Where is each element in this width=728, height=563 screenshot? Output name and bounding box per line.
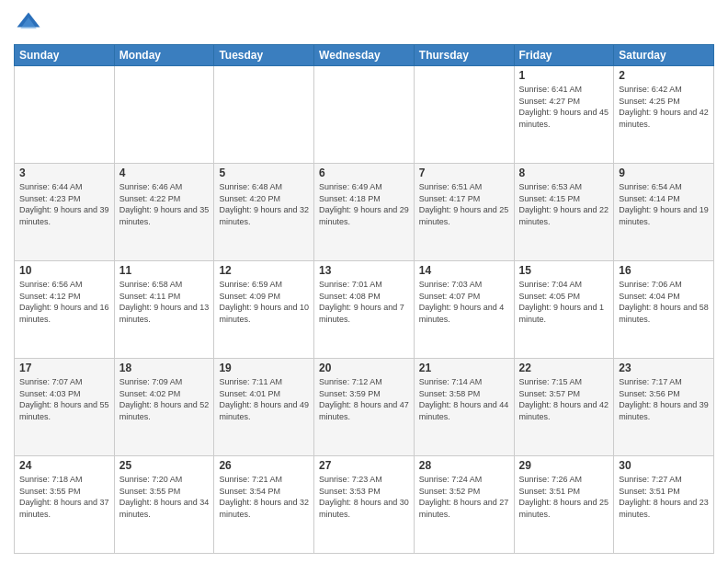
- calendar-cell: 14Sunrise: 7:03 AM Sunset: 4:07 PM Dayli…: [414, 261, 514, 359]
- calendar-cell: 19Sunrise: 7:11 AM Sunset: 4:01 PM Dayli…: [214, 359, 314, 456]
- calendar-week-row: 24Sunrise: 7:18 AM Sunset: 3:55 PM Dayli…: [15, 456, 714, 554]
- day-info: Sunrise: 7:04 AM Sunset: 4:05 PM Dayligh…: [519, 279, 609, 325]
- calendar-cell: [314, 66, 415, 164]
- day-info: Sunrise: 6:49 AM Sunset: 4:18 PM Dayligh…: [319, 181, 409, 227]
- calendar-cell: 12Sunrise: 6:59 AM Sunset: 4:09 PM Dayli…: [214, 261, 314, 359]
- calendar-week-row: 17Sunrise: 7:07 AM Sunset: 4:03 PM Dayli…: [15, 359, 714, 456]
- day-number: 29: [519, 459, 609, 472]
- day-info: Sunrise: 7:12 AM Sunset: 3:59 PM Dayligh…: [319, 376, 409, 422]
- day-number: 15: [519, 264, 609, 277]
- calendar-cell: [15, 66, 115, 164]
- day-number: 12: [219, 264, 309, 277]
- day-number: 17: [19, 362, 109, 374]
- day-number: 11: [119, 264, 210, 277]
- day-number: 5: [219, 167, 309, 179]
- calendar-header-row: SundayMondayTuesdayWednesdayThursdayFrid…: [15, 45, 714, 66]
- day-number: 24: [19, 459, 109, 472]
- calendar-cell: 25Sunrise: 7:20 AM Sunset: 3:55 PM Dayli…: [114, 456, 214, 554]
- calendar-cell: 1Sunrise: 6:41 AM Sunset: 4:27 PM Daylig…: [514, 66, 614, 164]
- calendar-cell: 16Sunrise: 7:06 AM Sunset: 4:04 PM Dayli…: [614, 261, 714, 359]
- calendar-cell: 5Sunrise: 6:48 AM Sunset: 4:20 PM Daylig…: [214, 164, 314, 261]
- day-info: Sunrise: 7:03 AM Sunset: 4:07 PM Dayligh…: [419, 279, 509, 325]
- day-info: Sunrise: 7:23 AM Sunset: 3:53 PM Dayligh…: [319, 474, 409, 520]
- day-info: Sunrise: 7:07 AM Sunset: 4:03 PM Dayligh…: [19, 376, 109, 422]
- day-info: Sunrise: 7:06 AM Sunset: 4:04 PM Dayligh…: [619, 279, 709, 325]
- day-number: 21: [419, 362, 509, 374]
- day-number: 9: [619, 167, 709, 179]
- day-info: Sunrise: 7:09 AM Sunset: 4:02 PM Dayligh…: [119, 376, 210, 422]
- calendar-cell: 27Sunrise: 7:23 AM Sunset: 3:53 PM Dayli…: [314, 456, 415, 554]
- calendar-cell: 9Sunrise: 6:54 AM Sunset: 4:14 PM Daylig…: [614, 164, 714, 261]
- calendar-cell: 4Sunrise: 6:46 AM Sunset: 4:22 PM Daylig…: [114, 164, 214, 261]
- day-info: Sunrise: 7:20 AM Sunset: 3:55 PM Dayligh…: [119, 474, 210, 520]
- day-info: Sunrise: 6:44 AM Sunset: 4:23 PM Dayligh…: [19, 181, 109, 227]
- day-number: 10: [19, 264, 109, 277]
- calendar-cell: 18Sunrise: 7:09 AM Sunset: 4:02 PM Dayli…: [114, 359, 214, 456]
- weekday-header: Tuesday: [214, 45, 314, 66]
- calendar-cell: 30Sunrise: 7:27 AM Sunset: 3:51 PM Dayli…: [614, 456, 714, 554]
- day-number: 8: [519, 167, 609, 179]
- day-info: Sunrise: 7:24 AM Sunset: 3:52 PM Dayligh…: [419, 474, 509, 520]
- day-number: 19: [219, 362, 309, 374]
- calendar-cell: 6Sunrise: 6:49 AM Sunset: 4:18 PM Daylig…: [314, 164, 415, 261]
- day-number: 27: [319, 459, 409, 472]
- day-number: 16: [619, 264, 709, 277]
- day-info: Sunrise: 7:17 AM Sunset: 3:56 PM Dayligh…: [619, 376, 709, 422]
- calendar-cell: 7Sunrise: 6:51 AM Sunset: 4:17 PM Daylig…: [414, 164, 514, 261]
- weekday-header: Friday: [514, 45, 614, 66]
- day-info: Sunrise: 6:58 AM Sunset: 4:11 PM Dayligh…: [119, 279, 210, 325]
- calendar-cell: 24Sunrise: 7:18 AM Sunset: 3:55 PM Dayli…: [15, 456, 115, 554]
- calendar-cell: 21Sunrise: 7:14 AM Sunset: 3:58 PM Dayli…: [414, 359, 514, 456]
- page: SundayMondayTuesdayWednesdayThursdayFrid…: [0, 0, 728, 563]
- calendar-cell: 22Sunrise: 7:15 AM Sunset: 3:57 PM Dayli…: [514, 359, 614, 456]
- calendar-cell: 2Sunrise: 6:42 AM Sunset: 4:25 PM Daylig…: [614, 66, 714, 164]
- calendar-cell: 26Sunrise: 7:21 AM Sunset: 3:54 PM Dayli…: [214, 456, 314, 554]
- calendar-cell: [214, 66, 314, 164]
- logo: [14, 9, 47, 39]
- day-number: 23: [619, 362, 709, 374]
- day-info: Sunrise: 7:27 AM Sunset: 3:51 PM Dayligh…: [619, 474, 709, 520]
- day-info: Sunrise: 6:51 AM Sunset: 4:17 PM Dayligh…: [419, 181, 509, 227]
- calendar-cell: 15Sunrise: 7:04 AM Sunset: 4:05 PM Dayli…: [514, 261, 614, 359]
- weekday-header: Wednesday: [314, 45, 415, 66]
- weekday-header: Sunday: [15, 45, 115, 66]
- day-info: Sunrise: 7:18 AM Sunset: 3:55 PM Dayligh…: [19, 474, 109, 520]
- day-number: 3: [19, 167, 109, 179]
- day-number: 25: [119, 459, 210, 472]
- weekday-header: Monday: [114, 45, 214, 66]
- day-info: Sunrise: 7:26 AM Sunset: 3:51 PM Dayligh…: [519, 474, 609, 520]
- day-number: 7: [419, 167, 509, 179]
- day-info: Sunrise: 6:42 AM Sunset: 4:25 PM Dayligh…: [619, 84, 709, 130]
- day-info: Sunrise: 6:59 AM Sunset: 4:09 PM Dayligh…: [219, 279, 309, 325]
- day-info: Sunrise: 7:14 AM Sunset: 3:58 PM Dayligh…: [419, 376, 509, 422]
- calendar-cell: 8Sunrise: 6:53 AM Sunset: 4:15 PM Daylig…: [514, 164, 614, 261]
- day-info: Sunrise: 6:41 AM Sunset: 4:27 PM Dayligh…: [519, 84, 609, 130]
- header: [14, 9, 714, 39]
- calendar-cell: 11Sunrise: 6:58 AM Sunset: 4:11 PM Dayli…: [114, 261, 214, 359]
- day-number: 28: [419, 459, 509, 472]
- calendar-cell: 17Sunrise: 7:07 AM Sunset: 4:03 PM Dayli…: [15, 359, 115, 456]
- calendar-cell: 23Sunrise: 7:17 AM Sunset: 3:56 PM Dayli…: [614, 359, 714, 456]
- calendar-week-row: 1Sunrise: 6:41 AM Sunset: 4:27 PM Daylig…: [15, 66, 714, 164]
- day-number: 26: [219, 459, 309, 472]
- day-info: Sunrise: 6:54 AM Sunset: 4:14 PM Dayligh…: [619, 181, 709, 227]
- day-info: Sunrise: 7:11 AM Sunset: 4:01 PM Dayligh…: [219, 376, 309, 422]
- day-info: Sunrise: 6:53 AM Sunset: 4:15 PM Dayligh…: [519, 181, 609, 227]
- calendar-week-row: 3Sunrise: 6:44 AM Sunset: 4:23 PM Daylig…: [15, 164, 714, 261]
- weekday-header: Saturday: [614, 45, 714, 66]
- calendar-cell: 28Sunrise: 7:24 AM Sunset: 3:52 PM Dayli…: [414, 456, 514, 554]
- calendar-cell: 29Sunrise: 7:26 AM Sunset: 3:51 PM Dayli…: [514, 456, 614, 554]
- day-number: 14: [419, 264, 509, 277]
- day-number: 13: [319, 264, 409, 277]
- calendar-cell: [414, 66, 514, 164]
- calendar: SundayMondayTuesdayWednesdayThursdayFrid…: [14, 44, 714, 554]
- day-info: Sunrise: 6:48 AM Sunset: 4:20 PM Dayligh…: [219, 181, 309, 227]
- day-info: Sunrise: 6:56 AM Sunset: 4:12 PM Dayligh…: [19, 279, 109, 325]
- day-number: 22: [519, 362, 609, 374]
- calendar-cell: 3Sunrise: 6:44 AM Sunset: 4:23 PM Daylig…: [15, 164, 115, 261]
- calendar-cell: 20Sunrise: 7:12 AM Sunset: 3:59 PM Dayli…: [314, 359, 415, 456]
- calendar-cell: 10Sunrise: 6:56 AM Sunset: 4:12 PM Dayli…: [15, 261, 115, 359]
- logo-icon: [14, 9, 43, 39]
- day-info: Sunrise: 7:21 AM Sunset: 3:54 PM Dayligh…: [219, 474, 309, 520]
- calendar-week-row: 10Sunrise: 6:56 AM Sunset: 4:12 PM Dayli…: [15, 261, 714, 359]
